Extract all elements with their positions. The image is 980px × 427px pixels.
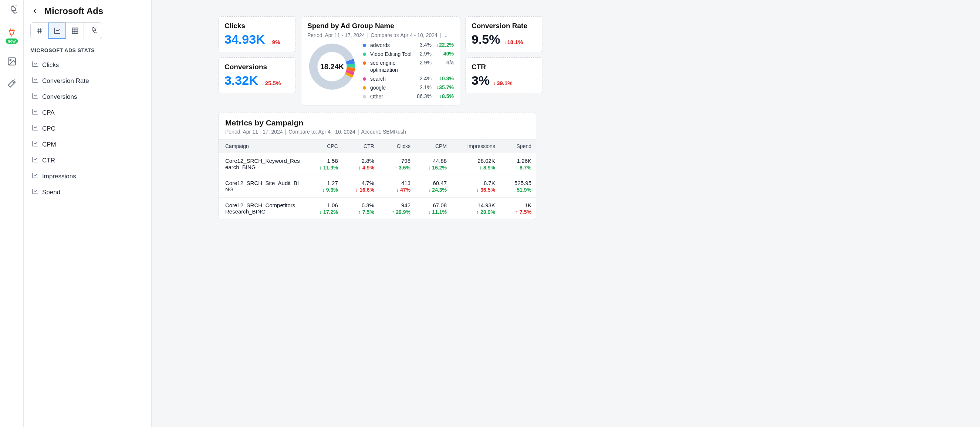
metric-cell: 44.88↓ 16.2% — [415, 153, 451, 175]
legend-value: 86.3% — [415, 93, 431, 99]
campaign-name: Core12_SRCH_Competitors_Research_BING — [218, 198, 306, 220]
tab-line-chart[interactable] — [48, 22, 66, 39]
stat-item-cpm[interactable]: CPM — [30, 137, 145, 152]
legend-row: Other86.3%↓8.5% — [363, 93, 454, 100]
back-button[interactable] — [30, 7, 39, 16]
col-header[interactable]: Clicks — [379, 140, 415, 153]
tab-table[interactable] — [66, 22, 84, 39]
kpi-title: Conversions — [224, 63, 290, 71]
table-subtitle: Period: Apr 11 - 17, 2024|Compare to: Ap… — [218, 127, 536, 139]
metrics-table-card[interactable]: Metrics by Campaign Period: Apr 11 - 17,… — [218, 112, 536, 220]
metric-cell: 1.27↓ 9.3% — [306, 175, 342, 198]
metric-cell: 4.7%↓ 16.6% — [342, 175, 379, 198]
tab-pie[interactable] — [84, 22, 102, 39]
line-chart-icon — [32, 188, 38, 196]
stat-item-conversion-rate[interactable]: Conversion Rate — [30, 73, 145, 88]
stats-list: ClicksConversion RateConversionsCPACPCCP… — [30, 58, 145, 199]
stat-item-cpa[interactable]: CPA — [30, 105, 145, 120]
kpi-value: 9.5% — [471, 32, 500, 47]
legend-dot — [363, 61, 366, 65]
kpi-title: Conversion Rate — [471, 22, 536, 30]
metric-cell: 1K↑ 7.5% — [500, 198, 536, 220]
legend-row: adwords3.4%↓22.2% — [363, 42, 454, 48]
legend-name: google — [370, 84, 412, 91]
metric-cell: 413↓ 47% — [379, 175, 415, 198]
metric-cell: 28.02K↑ 8.9% — [451, 153, 500, 175]
stat-label: Clicks — [42, 61, 59, 69]
card-title: Spend by Ad Group Name — [307, 22, 454, 30]
legend-dot — [363, 53, 366, 56]
stat-item-cpc[interactable]: CPC — [30, 121, 145, 136]
stat-label: Conversions — [42, 93, 77, 100]
stat-label: CTR — [42, 157, 55, 164]
kpi-delta: ↓9% — [269, 39, 280, 45]
tab-number[interactable] — [31, 22, 48, 39]
stat-label: Impressions — [42, 173, 76, 180]
pie-chart-icon[interactable] — [6, 5, 18, 16]
col-header[interactable]: Impressions — [451, 140, 500, 153]
sidebar: Microsoft Ads MICROSOFT ADS STATS Clicks… — [24, 0, 152, 427]
col-header[interactable]: CPM — [415, 140, 451, 153]
legend-value: 2.1% — [415, 84, 431, 90]
kpi-conversions[interactable]: Conversions 3.32K ↓25.5% — [218, 57, 296, 93]
legend-value: 2.4% — [415, 75, 431, 81]
line-chart-icon — [32, 140, 38, 149]
col-header[interactable]: CTR — [342, 140, 379, 153]
svg-point-1 — [10, 60, 11, 61]
metric-cell: 1.06↓ 17.2% — [306, 198, 342, 220]
chart-legend: adwords3.4%↓22.2%Video Editing Tool2.9%↓… — [363, 42, 454, 100]
table-row[interactable]: Core12_SRCH_Keyword_Research_BING1.58↓ 1… — [218, 153, 536, 175]
image-icon[interactable] — [6, 56, 18, 67]
card-subtitle: Period: Apr 11 - 17, 2024|Compare to: Ap… — [307, 32, 454, 38]
line-chart-icon — [32, 124, 38, 133]
stat-item-clicks[interactable]: Clicks — [30, 58, 145, 72]
sidebar-section-label: MICROSOFT ADS STATS — [30, 47, 145, 53]
metric-cell: 525.95↓ 51.9% — [500, 175, 536, 198]
line-chart-icon — [32, 172, 38, 180]
legend-value: 2.9% — [415, 60, 431, 65]
plug-icon[interactable]: new — [6, 27, 18, 38]
kpi-conversion-rate[interactable]: Conversion Rate 9.5% ↓18.1% — [465, 16, 543, 52]
kpi-clicks[interactable]: Clicks 34.93K ↓9% — [218, 16, 296, 52]
campaign-name: Core12_SRCH_Keyword_Research_BING — [218, 153, 306, 175]
line-chart-icon — [32, 61, 38, 69]
legend-name: seo engine optimization — [370, 60, 412, 73]
line-chart-icon — [32, 76, 38, 85]
col-header[interactable]: CPC — [306, 140, 342, 153]
stat-item-spend[interactable]: Spend — [30, 185, 145, 199]
legend-dot — [363, 95, 366, 99]
kpi-ctr[interactable]: CTR 3% ↓39.1% — [465, 57, 543, 93]
kpi-delta: ↓18.1% — [504, 39, 523, 45]
legend-name: Other — [370, 93, 412, 100]
stat-item-impressions[interactable]: Impressions — [30, 169, 145, 183]
metric-cell: 67.08↓ 11.1% — [415, 198, 451, 220]
legend-value: 3.4% — [415, 42, 431, 48]
metric-cell: 6.3%↑ 7.5% — [342, 198, 379, 220]
legend-name: Video Editing Tool — [370, 51, 412, 57]
spend-by-adgroup-card[interactable]: Spend by Ad Group Name Period: Apr 11 - … — [301, 16, 460, 105]
table-title: Metrics by Campaign — [218, 118, 536, 127]
legend-dot — [363, 44, 366, 47]
col-header[interactable]: Campaign — [218, 140, 306, 153]
donut-chart: 18.24K — [307, 42, 357, 91]
new-badge: new — [6, 38, 18, 44]
stat-label: CPM — [42, 141, 56, 148]
stat-label: CPA — [42, 109, 55, 116]
col-header[interactable]: Spend — [500, 140, 536, 153]
nav-rail: new — [0, 0, 24, 427]
stat-item-conversions[interactable]: Conversions — [30, 89, 145, 104]
main-content: Clicks 34.93K ↓9% Conversions 3.32K ↓25.… — [152, 0, 980, 427]
metric-cell: 942↑ 29.9% — [379, 198, 415, 220]
stat-item-ctr[interactable]: CTR — [30, 153, 145, 167]
table-row[interactable]: Core12_SRCH_Site_Audit_BING1.27↓ 9.3%4.7… — [218, 175, 536, 198]
campaign-name: Core12_SRCH_Site_Audit_BING — [218, 175, 306, 198]
line-chart-icon — [32, 108, 38, 117]
stat-label: Conversion Rate — [42, 77, 89, 85]
table-row[interactable]: Core12_SRCH_Competitors_Research_BING1.0… — [218, 198, 536, 220]
svg-rect-2 — [72, 28, 78, 33]
view-mode-tabs — [30, 22, 102, 39]
magic-wand-icon[interactable] — [6, 78, 18, 89]
kpi-value: 3% — [471, 73, 490, 88]
legend-row: Video Editing Tool2.9%↓40% — [363, 51, 454, 57]
line-chart-icon — [32, 92, 38, 101]
